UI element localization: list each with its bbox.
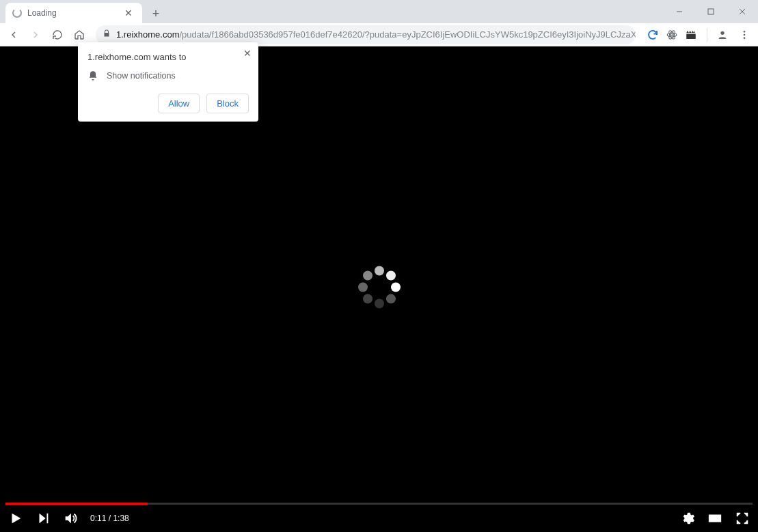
fullscreen-button[interactable] [735, 511, 750, 526]
svg-point-8 [720, 31, 724, 34]
extension-icons [642, 27, 701, 42]
close-tab-button[interactable]: ✕ [122, 6, 135, 20]
bell-icon [87, 70, 98, 81]
svg-rect-12 [709, 515, 721, 521]
tab-strip: Loading ✕ + [0, 0, 758, 23]
prompt-title: 1.reixhome.com wants to [87, 52, 249, 62]
video-settings-button[interactable] [680, 511, 695, 526]
play-button[interactable] [8, 511, 23, 526]
extension-sync-icon[interactable] [645, 27, 660, 42]
next-button[interactable] [36, 511, 51, 526]
allow-button[interactable]: Allow [158, 94, 200, 113]
loading-spinner-icon [12, 8, 22, 18]
window-maximize-button[interactable] [695, 0, 727, 23]
browser-tab[interactable]: Loading ✕ [5, 3, 142, 23]
video-progress-played [5, 503, 148, 505]
video-time: 0:11 / 1:38 [90, 514, 129, 523]
new-tab-button[interactable]: + [146, 4, 165, 23]
url-path: /pudata/f1866abd03536d957fe016def7e42620… [179, 29, 636, 40]
svg-point-11 [744, 37, 746, 39]
reload-button[interactable] [48, 25, 67, 44]
prompt-capability: Show notifications [107, 71, 176, 81]
url-domain: 1.reixhome.com [116, 29, 179, 40]
extension-atom-icon[interactable] [664, 27, 679, 42]
theater-mode-button[interactable] [707, 511, 722, 526]
window-close-button[interactable] [727, 0, 758, 23]
svg-point-10 [744, 33, 746, 36]
lock-icon [103, 29, 111, 40]
profile-avatar-button[interactable] [713, 25, 732, 44]
video-progress-bar[interactable] [5, 503, 753, 505]
video-current-time: 0:11 [90, 514, 106, 523]
video-loading-spinner [355, 263, 403, 311]
video-controls: 0:11 / 1:38 [0, 505, 758, 532]
address-bar[interactable]: 1.reixhome.com /pudata/f1866abd03536d957… [96, 25, 636, 44]
forward-button[interactable] [26, 25, 45, 44]
svg-point-4 [671, 33, 673, 36]
prompt-close-button[interactable]: ✕ [241, 46, 254, 60]
browser-menu-button[interactable] [735, 25, 754, 44]
extension-clapper-icon[interactable] [683, 27, 699, 42]
back-button[interactable] [4, 25, 23, 44]
toolbar-divider [707, 28, 707, 42]
svg-point-9 [744, 31, 746, 33]
window-controls [664, 0, 758, 23]
window-minimize-button[interactable] [664, 0, 695, 23]
svg-rect-1 [708, 9, 714, 14]
tab-title: Loading [27, 8, 122, 18]
video-duration: 1:38 [113, 514, 128, 523]
block-button[interactable]: Block [206, 94, 249, 113]
home-button[interactable] [70, 25, 89, 44]
notification-permission-prompt: ✕ 1.reixhome.com wants to Show notificat… [78, 42, 258, 122]
volume-button[interactable] [63, 511, 78, 526]
